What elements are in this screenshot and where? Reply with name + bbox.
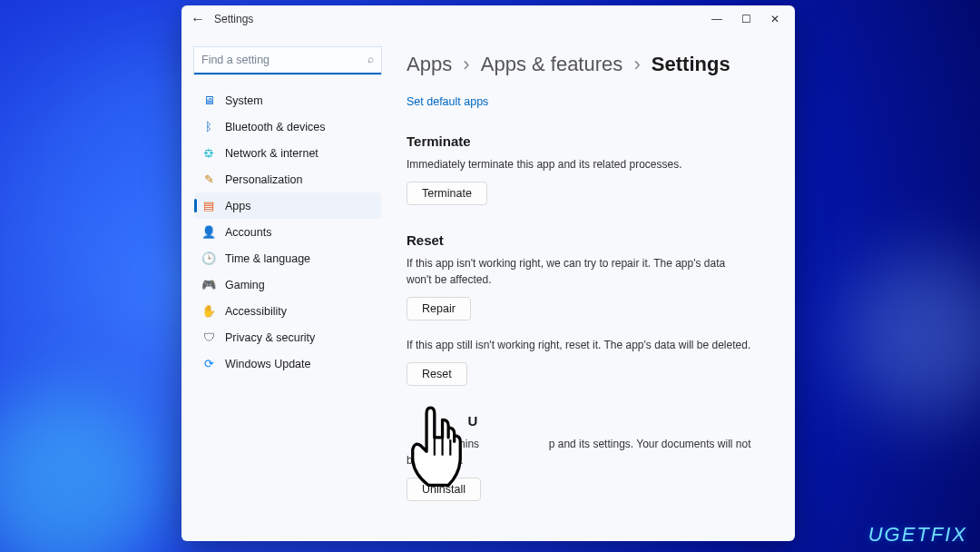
time-language-icon: 🕒 [201, 251, 216, 265]
sidebar-item-network-internet[interactable]: ⯐Network & internet [194, 140, 381, 166]
sidebar-item-label: Gaming [225, 279, 265, 291]
accounts-icon: 👤 [201, 225, 216, 239]
uninstall-button[interactable]: Uninstall [407, 478, 481, 501]
sidebar-item-label: Accounts [225, 226, 271, 239]
sidebar-item-label: System [225, 94, 263, 107]
maximize-button[interactable]: ☐ [733, 9, 759, 29]
sidebar-item-label: Time & language [225, 252, 310, 265]
titlebar: ← Settings — ☐ ✕ [181, 5, 795, 33]
reset-desc: If this app still isn't working right, r… [407, 337, 751, 353]
settings-window: ← Settings — ☐ ✕ ⌕ 🖥SystemᛒBluetooth & d… [181, 5, 795, 541]
windows-update-icon: ⟳ [201, 357, 216, 370]
sidebar-item-personalization[interactable]: ✎Personalization [194, 166, 381, 192]
crumb-apps[interactable]: Apps [407, 53, 452, 75]
sidebar-item-accounts[interactable]: 👤Accounts [194, 219, 381, 245]
watermark: UGETFIX [868, 523, 967, 547]
sidebar-item-label: Privacy & security [225, 331, 315, 344]
sidebar-item-label: Personalization [225, 173, 302, 186]
window-controls: — ☐ ✕ [704, 9, 788, 29]
system-icon: 🖥 [201, 94, 216, 107]
search-container: ⌕ [194, 47, 381, 74]
sidebar-item-label: Network & internet [225, 147, 318, 160]
chevron-right-icon: › [633, 53, 640, 75]
sidebar-item-gaming[interactable]: 🎮Gaming [194, 271, 381, 298]
uninstall-heading-visible: U [468, 413, 478, 429]
back-button[interactable]: ← [189, 11, 207, 27]
accessibility-icon: ✋ [201, 304, 216, 318]
terminate-button[interactable]: Terminate [407, 182, 487, 205]
privacy-security-icon: 🛡 [201, 330, 216, 344]
gaming-icon: 🎮 [201, 278, 216, 291]
uninstall-desc: Uninstall Unins p and its settings. Your… [407, 436, 751, 468]
sidebar-item-system[interactable]: 🖥System [194, 87, 381, 113]
chevron-right-icon: › [463, 53, 469, 75]
sidebar-item-label: Windows Update [225, 358, 311, 370]
sidebar-item-bluetooth-devices[interactable]: ᛒBluetooth & devices [194, 113, 381, 140]
repair-desc: If this app isn't working right, we can … [407, 255, 751, 288]
bluetooth-devices-icon: ᛒ [201, 120, 216, 133]
sidebar-item-label: Apps [225, 200, 251, 212]
window-title: Settings [214, 13, 253, 25]
sidebar-item-windows-update[interactable]: ⟳Windows Update [194, 350, 381, 377]
close-button[interactable]: ✕ [762, 9, 788, 29]
crumb-apps-features[interactable]: Apps & features [481, 53, 623, 75]
sidebar-item-label: Bluetooth & devices [225, 121, 326, 133]
sidebar-item-time-language[interactable]: 🕒Time & language [194, 245, 381, 271]
main-panel: Apps › Apps & features › Settings Set de… [390, 33, 795, 541]
repair-button[interactable]: Repair [407, 297, 471, 320]
set-default-apps-link[interactable]: Set default apps [407, 95, 488, 108]
sidebar-item-label: Accessibility [225, 305, 287, 318]
reset-heading: Reset [407, 232, 773, 248]
reset-button[interactable]: Reset [407, 362, 467, 386]
sidebar-item-privacy-security[interactable]: 🛡Privacy & security [194, 324, 381, 350]
apps-icon: ▤ [201, 199, 216, 212]
sidebar-item-accessibility[interactable]: ✋Accessibility [194, 298, 381, 324]
search-input[interactable] [194, 47, 381, 74]
uninstall-heading: Uninstall U [407, 413, 773, 429]
minimize-button[interactable]: — [704, 9, 730, 29]
terminate-heading: Terminate [407, 133, 773, 149]
terminate-desc: Immediately terminate this app and its r… [407, 156, 751, 172]
network-internet-icon: ⯐ [201, 146, 216, 160]
page-title: Settings [652, 53, 730, 75]
search-icon: ⌕ [368, 53, 374, 65]
uninstall-desc-visible-a: Unins [451, 438, 479, 450]
breadcrumb: Apps › Apps & features › Settings [407, 53, 773, 76]
sidebar: ⌕ 🖥SystemᛒBluetooth & devices⯐Network & … [181, 33, 390, 541]
personalization-icon: ✎ [201, 172, 216, 186]
sidebar-item-apps[interactable]: ▤Apps [194, 192, 381, 219]
